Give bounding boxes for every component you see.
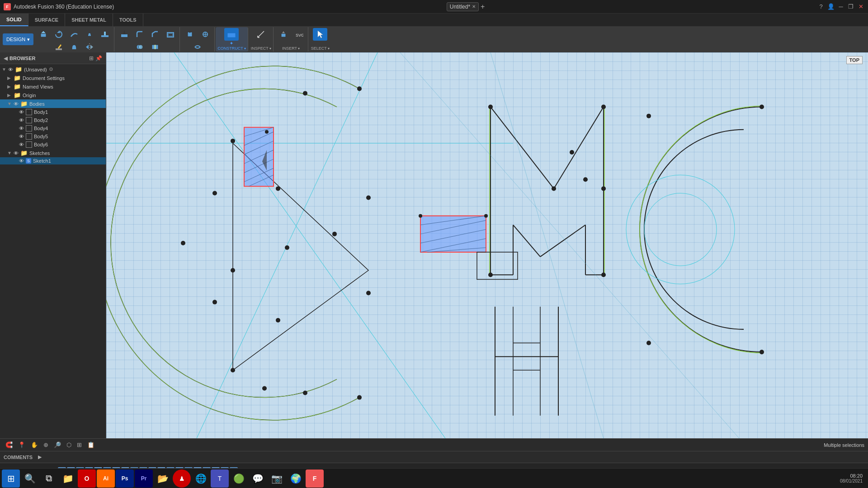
motion-link-btn[interactable] xyxy=(190,41,205,53)
photoshop-btn[interactable]: Ps xyxy=(116,469,134,488)
tree-item-sketch1[interactable]: ▶ 👁 S Sketch1 xyxy=(0,157,106,164)
split-face-btn[interactable] xyxy=(148,41,162,53)
select-btn[interactable] xyxy=(313,28,327,41)
c-pt3[interactable] xyxy=(646,114,651,118)
select-label[interactable]: SELECT ▾ xyxy=(311,46,330,51)
insert-label[interactable]: INSERT ▾ xyxy=(282,46,300,51)
sketches-visibility-icon[interactable]: 👁 xyxy=(14,150,19,156)
extra-pt1[interactable] xyxy=(583,177,588,182)
body1-point[interactable] xyxy=(265,130,269,134)
point-mid[interactable] xyxy=(231,268,235,272)
tree-item-body6[interactable]: ▶ 👁 Body6 xyxy=(0,141,106,149)
point-right[interactable] xyxy=(366,291,371,295)
help-icon[interactable]: ? xyxy=(817,3,825,10)
rib-btn[interactable] xyxy=(98,28,112,41)
app-green-btn[interactable]: 🟢 xyxy=(230,469,248,488)
c-pt2[interactable] xyxy=(760,350,764,354)
c-pt1[interactable] xyxy=(760,105,764,109)
body2-visibility-icon[interactable]: 👁 xyxy=(19,117,24,123)
point-center[interactable] xyxy=(285,245,289,250)
point-left[interactable] xyxy=(181,241,185,245)
point-bottom[interactable] xyxy=(303,391,307,395)
chrome-btn[interactable]: 🌍 xyxy=(287,469,305,488)
measure-btn[interactable] xyxy=(254,28,268,41)
offset-plane-btn[interactable] xyxy=(224,28,239,41)
extrude-btn[interactable] xyxy=(36,28,51,41)
body1-visibility-icon[interactable]: 👁 xyxy=(19,109,24,115)
point-top[interactable] xyxy=(303,91,307,95)
tree-item-body2[interactable]: ▶ 👁 Body2 xyxy=(0,116,106,124)
tree-item-body5[interactable]: ▶ 👁 Body5 xyxy=(0,132,106,141)
whatsapp-btn[interactable]: 💬 xyxy=(249,469,267,488)
insert-svg-btn[interactable]: SVG xyxy=(292,28,306,41)
new-component-btn[interactable] xyxy=(183,28,197,41)
m-pt4[interactable] xyxy=(488,272,493,277)
m-pt3[interactable] xyxy=(601,272,606,277)
cad-canvas[interactable] xyxy=(106,52,868,438)
point-bl[interactable] xyxy=(231,368,235,372)
selected-body-2[interactable] xyxy=(420,216,486,252)
tree-item-named-views[interactable]: ▶ 📁 Named Views xyxy=(0,82,106,91)
start-button[interactable]: ⊞ xyxy=(2,469,20,488)
zoom-fit-btn[interactable]: ⊕ xyxy=(42,441,50,449)
tab-solid[interactable]: SOLID xyxy=(0,14,28,26)
shell-btn[interactable] xyxy=(163,28,178,41)
premiere-btn[interactable]: Pr xyxy=(135,469,153,488)
point-r1[interactable] xyxy=(276,186,280,191)
document-tab[interactable]: Untitled* ✕ xyxy=(447,2,479,11)
body2-point1[interactable] xyxy=(419,214,422,218)
m-pt6[interactable] xyxy=(570,150,574,155)
body4-visibility-icon[interactable]: 👁 xyxy=(19,126,24,131)
fusion-taskbar-btn[interactable]: F xyxy=(306,469,324,488)
point-r2[interactable] xyxy=(332,232,337,236)
point-inner1[interactable] xyxy=(212,191,217,195)
files-btn[interactable]: 📂 xyxy=(154,469,172,488)
main-canvas[interactable]: TOP xyxy=(106,52,868,438)
m-pt2[interactable] xyxy=(601,105,606,109)
teams-btn[interactable]: T xyxy=(211,469,229,488)
tree-item-root[interactable]: ▼ 👁 📁 (Unsaved) ⚙ xyxy=(0,65,106,74)
tree-item-sketches[interactable]: ▼ 👁 📁 Sketches xyxy=(0,149,106,157)
file-explorer-btn[interactable]: 📁 xyxy=(59,469,77,488)
loft-btn[interactable] xyxy=(82,28,97,41)
tab-sheet-metal[interactable]: SHEET METAL xyxy=(65,14,113,26)
tree-item-doc-settings[interactable]: ▶ 📁 Document Settings xyxy=(0,74,106,82)
tree-item-origin[interactable]: ▶ 📁 Origin xyxy=(0,91,106,99)
tree-item-bodies[interactable]: ▼ 👁 📁 Bodies xyxy=(0,99,106,108)
root-settings-icon[interactable]: ⚙ xyxy=(49,66,53,72)
body6-visibility-icon[interactable]: 👁 xyxy=(19,142,24,147)
mirror-btn[interactable] xyxy=(82,41,97,53)
tab-close-icon[interactable]: ✕ xyxy=(472,4,476,9)
create-sketch-btn[interactable] xyxy=(52,41,66,53)
snap-btn[interactable]: 🧲 xyxy=(4,441,14,449)
point-inner2[interactable] xyxy=(212,300,217,305)
tab-surface[interactable]: SURFACE xyxy=(28,14,66,26)
task-view-btn[interactable]: ⧉ xyxy=(40,469,58,488)
tree-item-body1[interactable]: ▶ 👁 Body1 xyxy=(0,108,106,116)
m-pt7[interactable] xyxy=(601,186,606,191)
press-pull-btn[interactable] xyxy=(117,28,132,41)
sidebar-collapse-icon[interactable]: ◀ xyxy=(4,55,8,61)
sidebar-expand-btn[interactable]: ⊞ xyxy=(89,55,94,61)
browser2-btn[interactable]: 🌐 xyxy=(192,469,210,488)
joint-btn[interactable] xyxy=(198,28,212,41)
create-form-btn[interactable] xyxy=(67,41,81,53)
new-tab-btn[interactable]: + xyxy=(481,3,485,11)
point-right2[interactable] xyxy=(366,195,371,200)
sketch1-visibility-icon[interactable]: 👁 xyxy=(19,158,24,164)
m-pt1[interactable] xyxy=(488,105,493,109)
illustrator-btn[interactable]: Ai xyxy=(97,469,115,488)
minimize-btn[interactable]: ─ xyxy=(837,3,844,10)
body5-visibility-icon[interactable]: 👁 xyxy=(19,134,24,139)
office-btn[interactable]: O xyxy=(78,469,96,488)
point-tl[interactable] xyxy=(231,139,235,143)
app-red-btn[interactable]: ♟ xyxy=(173,469,191,488)
tab-tools[interactable]: TOOLS xyxy=(113,14,143,26)
body2-point2[interactable] xyxy=(484,214,488,218)
construct-label[interactable]: CONSTRUCT ▾ xyxy=(217,46,246,51)
point-inner3[interactable] xyxy=(262,386,267,390)
close-btn[interactable]: ✕ xyxy=(857,3,864,10)
instagram-btn[interactable]: 📷 xyxy=(268,469,286,488)
view-cube-btn[interactable]: ⬡ xyxy=(65,441,73,449)
mark-btn[interactable]: 📍 xyxy=(16,441,27,449)
